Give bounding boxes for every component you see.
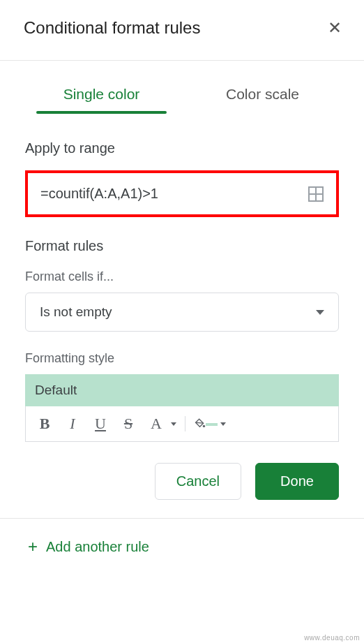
done-button[interactable]: Done: [255, 463, 339, 500]
text-color-button[interactable]: A: [144, 412, 168, 436]
tabs: Single color Color scale: [0, 77, 364, 110]
grid-selector-icon[interactable]: [308, 186, 324, 202]
format-cells-if-select[interactable]: Is not empty: [25, 293, 339, 332]
action-buttons: Cancel Done: [0, 442, 364, 519]
format-cells-if-label: Format cells if...: [25, 269, 339, 284]
svg-point-3: [203, 425, 205, 427]
strikethrough-button[interactable]: S: [116, 412, 140, 436]
formatting-toolbar: B I U S A: [25, 406, 339, 442]
tab-color-scale[interactable]: Color scale: [182, 77, 343, 110]
watermark: www.deuaq.com: [304, 634, 360, 642]
chevron-down-icon: [220, 422, 226, 426]
fill-color-swatch: [206, 423, 218, 426]
apply-to-range-label: Apply to range: [25, 140, 339, 156]
fill-color-button[interactable]: [194, 412, 218, 436]
close-button[interactable]: ✕: [325, 15, 344, 40]
cancel-button[interactable]: Cancel: [155, 463, 241, 500]
toolbar-separator: [185, 416, 185, 431]
close-icon: ✕: [328, 18, 342, 37]
page-title: Conditional format rules: [24, 18, 200, 38]
italic-button[interactable]: I: [61, 412, 84, 436]
add-rule-label: Add another rule: [46, 539, 149, 555]
bold-button[interactable]: B: [33, 412, 56, 436]
range-value: =countif(A:A,A1)>1: [40, 186, 158, 202]
underline-button[interactable]: U: [89, 412, 112, 436]
panel-header: Conditional format rules ✕: [0, 0, 364, 61]
paint-bucket-icon: [194, 417, 206, 430]
range-input-highlight: =countif(A:A,A1)>1: [25, 170, 339, 217]
add-another-rule-button[interactable]: + Add another rule: [0, 519, 364, 565]
formatting-style-label: Formatting style: [25, 351, 339, 366]
style-preview-text: Default: [35, 383, 77, 397]
style-preview[interactable]: Default: [25, 374, 339, 406]
tab-single-color[interactable]: Single color: [21, 77, 182, 110]
format-rules-heading: Format rules: [25, 238, 339, 254]
chevron-down-icon: [316, 310, 324, 315]
chevron-down-icon: [171, 422, 176, 426]
format-cells-if-value: Is not empty: [40, 304, 112, 320]
range-input[interactable]: =countif(A:A,A1)>1: [31, 176, 333, 212]
plus-icon: +: [28, 537, 38, 556]
